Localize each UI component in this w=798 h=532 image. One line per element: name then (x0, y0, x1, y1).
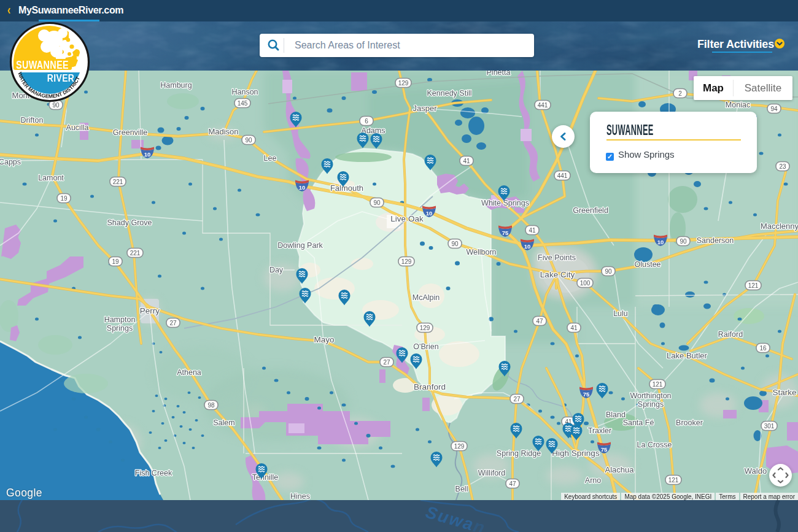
svg-text:75: 75 (601, 446, 608, 453)
svg-text:90: 90 (245, 137, 252, 144)
svg-text:129: 129 (398, 80, 409, 87)
svg-text:90: 90 (451, 241, 459, 247)
svg-text:Hines: Hines (290, 492, 310, 500)
svg-text:41: 41 (463, 158, 470, 164)
svg-text:Capps: Capps (0, 158, 21, 166)
svg-text:Drifton: Drifton (21, 116, 44, 125)
svg-text:La Crosse: La Crosse (637, 441, 672, 449)
svg-text:Athena: Athena (177, 368, 201, 377)
svg-text:Lake Butler: Lake Butler (667, 351, 707, 360)
svg-text:White Springs: White Springs (481, 199, 529, 207)
svg-text:Day: Day (269, 266, 284, 274)
svg-text:Lulu: Lulu (613, 309, 628, 318)
svg-text:Jasper: Jasper (413, 104, 437, 113)
svg-text:Branford: Branford (414, 382, 446, 391)
svg-text:Starke: Starke (772, 388, 796, 397)
svg-text:O'Brien: O'Brien (413, 342, 438, 351)
svg-text:121: 121 (748, 282, 759, 289)
svg-text:Kennedy Still: Kennedy Still (427, 89, 472, 98)
svg-text:Traxler: Traxler (588, 426, 611, 435)
svg-text:Tennille: Tennille (252, 473, 278, 482)
svg-text:Pinetta: Pinetta (487, 71, 511, 77)
svg-text:47: 47 (509, 480, 516, 487)
svg-text:27: 27 (169, 320, 177, 326)
svg-text:Dowling Park: Dowling Park (277, 241, 323, 250)
svg-text:41: 41 (529, 227, 536, 234)
svg-text:Fish Creek: Fish Creek (135, 469, 172, 477)
svg-text:98: 98 (207, 402, 215, 409)
svg-text:75: 75 (583, 391, 590, 398)
svg-text:301: 301 (764, 423, 775, 430)
svg-text:Hampton: Hampton (104, 315, 136, 324)
svg-text:Perry: Perry (140, 306, 160, 315)
svg-text:121: 121 (653, 381, 663, 388)
svg-text:10: 10 (299, 184, 306, 191)
svg-text:Falmouth: Falmouth (330, 183, 363, 193)
svg-text:McAlpin: McAlpin (413, 293, 440, 302)
svg-text:10: 10 (426, 210, 433, 217)
svg-text:Moniac: Moniac (726, 101, 750, 109)
svg-text:94: 94 (770, 106, 778, 112)
svg-text:Five Points: Five Points (538, 253, 576, 262)
svg-text:Arno: Arno (585, 476, 601, 485)
svg-text:Aucilla: Aucilla (66, 123, 89, 132)
svg-text:Olustee: Olustee (634, 260, 660, 269)
svg-text:23: 23 (779, 163, 786, 170)
svg-text:Greenfield: Greenfield (573, 206, 608, 215)
svg-text:2: 2 (678, 90, 682, 97)
svg-text:Lake City: Lake City (540, 270, 575, 279)
svg-text:Bell: Bell (455, 485, 468, 493)
svg-text:16: 16 (759, 345, 767, 352)
svg-text:41: 41 (570, 325, 578, 331)
svg-text:145: 145 (238, 100, 248, 107)
svg-text:Macclenny: Macclenny (761, 222, 798, 231)
svg-text:27: 27 (513, 396, 521, 403)
svg-text:Bland: Bland (606, 411, 626, 419)
svg-text:121: 121 (668, 477, 679, 484)
svg-text:129: 129 (454, 443, 465, 450)
svg-text:Sanderson: Sanderson (697, 236, 734, 245)
svg-text:441: 441 (557, 172, 568, 179)
svg-text:90: 90 (680, 238, 687, 245)
svg-text:6: 6 (365, 118, 368, 125)
svg-text:75: 75 (502, 229, 509, 236)
svg-text:Worthington: Worthington (630, 391, 671, 400)
svg-text:19: 19 (112, 258, 119, 265)
svg-text:27: 27 (383, 359, 390, 366)
svg-text:Madison: Madison (208, 127, 238, 136)
svg-text:Wellborn: Wellborn (466, 248, 496, 256)
svg-text:221: 221 (130, 250, 141, 256)
svg-text:Williford: Williford (478, 469, 505, 477)
svg-text:Lamont: Lamont (38, 174, 64, 182)
svg-text:129: 129 (401, 258, 412, 265)
svg-text:Santa Fé: Santa Fé (623, 418, 654, 427)
svg-text:129: 129 (420, 325, 430, 331)
svg-text:Brooker: Brooker (676, 418, 703, 427)
svg-text:Greenville: Greenville (113, 128, 147, 137)
svg-text:Lee: Lee (264, 154, 277, 163)
svg-text:10: 10 (144, 151, 151, 158)
svg-text:RIVER: RIVER (47, 72, 75, 84)
svg-text:10: 10 (524, 243, 531, 250)
svg-text:90: 90 (605, 268, 612, 275)
svg-text:Live Oak: Live Oak (390, 214, 424, 223)
svg-text:Shady Grove: Shady Grove (107, 218, 152, 227)
svg-text:100: 100 (580, 280, 591, 287)
svg-text:Spring Ridge: Spring Ridge (497, 449, 541, 458)
svg-text:19: 19 (60, 195, 68, 202)
svg-text:Alachua: Alachua (605, 465, 635, 474)
svg-text:10: 10 (657, 239, 664, 245)
svg-text:Mayo: Mayo (314, 335, 334, 344)
svg-text:Raiford: Raiford (718, 330, 743, 339)
svg-text:SUWANNEE: SUWANNEE (16, 60, 69, 71)
svg-text:Salem: Salem (213, 418, 234, 427)
svg-text:Springs: Springs (638, 400, 664, 409)
svg-text:Hanson: Hanson (231, 88, 258, 96)
svg-text:47: 47 (536, 318, 543, 325)
svg-text:Waldo: Waldo (745, 466, 767, 476)
svg-text:221: 221 (113, 179, 123, 185)
svg-text:High Springs: High Springs (552, 449, 600, 458)
svg-text:Springs: Springs (107, 324, 133, 333)
svg-text:Hamburg: Hamburg (160, 81, 192, 90)
svg-text:90: 90 (373, 199, 381, 206)
